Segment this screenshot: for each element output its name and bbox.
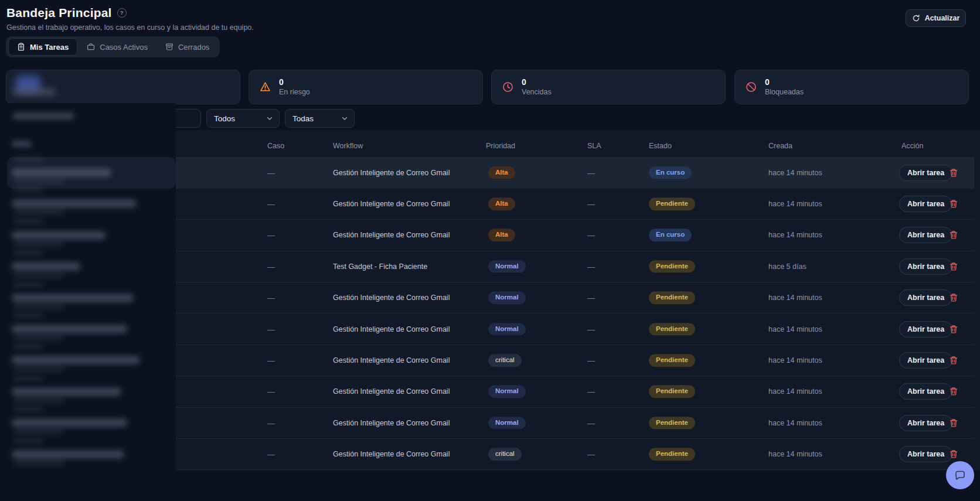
- redacted-item: [14, 188, 43, 192]
- cell-sla: —: [587, 200, 595, 209]
- redacted-item: [12, 450, 124, 459]
- cell-sla: —: [587, 387, 595, 396]
- stat-value: 0: [765, 77, 804, 87]
- open-task-button[interactable]: Abrir tarea: [899, 321, 952, 338]
- refresh-button[interactable]: Actualizar: [906, 9, 966, 27]
- cell-sla: —: [587, 168, 595, 177]
- priority-badge: Alta: [488, 229, 515, 242]
- cell-creada: hace 14 minutos: [768, 387, 822, 396]
- stat-label: En riesgo: [279, 88, 310, 96]
- help-icon[interactable]: ?: [117, 8, 127, 18]
- page-header: Bandeja Principal ?: [6, 6, 127, 20]
- open-task-button[interactable]: Abrir tarea: [899, 227, 952, 243]
- stats-card-bloqueadas: 0 Bloqueadas: [734, 70, 969, 104]
- chat-bubble-icon: [954, 469, 966, 481]
- clipboard-icon: [17, 43, 25, 51]
- cell-caso: —: [267, 231, 275, 240]
- archive-icon: [165, 43, 173, 51]
- cell-caso: —: [267, 418, 275, 427]
- tab-cerrados[interactable]: Cerrados: [157, 39, 217, 55]
- redacted-item: [14, 305, 64, 309]
- chevron-down-icon: [341, 115, 348, 122]
- cell-workflow: Test Gadget - Ficha Paciente: [333, 263, 427, 271]
- cell-caso: —: [267, 450, 275, 459]
- redacted-item: [14, 430, 64, 434]
- redacted-item: [14, 210, 64, 214]
- redacted-item: [14, 439, 43, 443]
- stats-card-en-riesgo: 0 En riesgo: [249, 70, 483, 104]
- page-subtitle: Gestiona el trabajo operativo, los casos…: [6, 23, 254, 32]
- cell-sla: —: [587, 325, 595, 333]
- cell-creada: hace 14 minutos: [768, 294, 822, 302]
- filter-dropdown-1[interactable]: Todos: [206, 109, 280, 128]
- status-badge: Pendiente: [649, 260, 695, 273]
- redacted-item: [12, 294, 134, 302]
- trash-icon: [949, 262, 958, 271]
- redacted-item: [14, 220, 43, 224]
- redacted-column-header: [12, 141, 32, 147]
- trash-icon: [949, 230, 958, 240]
- redacted-item: [14, 461, 64, 465]
- priority-badge: critical: [488, 448, 522, 461]
- status-badge: Pendiente: [649, 417, 695, 430]
- priority-badge: Alta: [488, 197, 515, 210]
- delete-task-button[interactable]: [948, 355, 959, 366]
- cell-workflow: Gestión Inteligente de Correo Gmail: [333, 200, 450, 208]
- status-badge: En curso: [649, 229, 692, 242]
- cell-caso: —: [267, 262, 275, 271]
- status-badge: Pendiente: [649, 197, 695, 210]
- open-task-button[interactable]: Abrir tarea: [899, 352, 952, 369]
- cell-creada: hace 14 minutos: [768, 231, 822, 239]
- chat-fab-button[interactable]: [946, 461, 974, 489]
- delete-task-button[interactable]: [948, 417, 959, 429]
- open-task-button[interactable]: Abrir tarea: [899, 165, 952, 181]
- column-header-estado: Estado: [649, 135, 672, 157]
- stat-value: 0: [522, 77, 552, 87]
- open-task-button[interactable]: Abrir tarea: [899, 446, 952, 462]
- column-header-caso: Caso: [267, 135, 284, 157]
- open-task-button[interactable]: Abrir tarea: [899, 196, 952, 212]
- open-task-button[interactable]: Abrir tarea: [899, 289, 952, 306]
- chevron-down-icon: [266, 115, 273, 122]
- open-task-button[interactable]: Abrir tarea: [899, 258, 952, 275]
- delete-task-button[interactable]: [948, 448, 959, 460]
- redacted-item: [12, 262, 80, 271]
- delete-task-button[interactable]: [948, 229, 959, 241]
- delete-task-button[interactable]: [948, 198, 959, 210]
- cell-workflow: Gestión Inteligente de Correo Gmail: [333, 294, 450, 302]
- open-task-button[interactable]: Abrir tarea: [899, 383, 952, 400]
- redacted-search-placeholder: [13, 113, 74, 120]
- blocked-icon: [745, 81, 757, 93]
- open-task-button[interactable]: Abrir tarea: [899, 415, 952, 431]
- trash-icon: [949, 387, 958, 396]
- delete-task-button[interactable]: [948, 386, 959, 397]
- stats-card-vencidas: 0 Vencidas: [491, 70, 726, 104]
- column-header-accion: Acción: [901, 135, 924, 157]
- cell-creada: hace 14 minutos: [768, 200, 822, 208]
- priority-badge: Normal: [488, 292, 526, 305]
- delete-task-button[interactable]: [948, 323, 959, 335]
- delete-task-button[interactable]: [948, 292, 959, 304]
- cell-sla: —: [587, 231, 595, 240]
- cell-creada: hace 14 minutos: [768, 169, 822, 177]
- filter-dropdown-2[interactable]: Todas: [285, 109, 355, 128]
- cell-creada: hace 14 minutos: [768, 419, 822, 427]
- cell-sla: —: [587, 450, 595, 459]
- delete-task-button[interactable]: [948, 261, 959, 272]
- tab-casos-activos[interactable]: Casos Activos: [79, 39, 156, 55]
- redacted-item: [12, 325, 127, 333]
- status-badge: En curso: [649, 166, 692, 179]
- cell-caso: —: [267, 200, 275, 209]
- redacted-item: [14, 273, 64, 277]
- delete-task-button[interactable]: [948, 167, 959, 179]
- redacted-item: [12, 199, 137, 208]
- cell-creada: hace 14 minutos: [768, 325, 822, 333]
- cell-workflow: Gestión Inteligente de Correo Gmail: [333, 356, 450, 364]
- cell-creada: hace 14 minutos: [768, 356, 822, 364]
- tab-mis-tareas[interactable]: Mis Tareas: [8, 38, 77, 56]
- status-badge: Pendiente: [649, 448, 695, 461]
- clock-icon: [502, 81, 514, 93]
- cell-workflow: Gestión Inteligente de Correo Gmail: [333, 450, 450, 458]
- status-badge: Pendiente: [649, 354, 695, 367]
- warning-triangle-icon: [259, 81, 271, 93]
